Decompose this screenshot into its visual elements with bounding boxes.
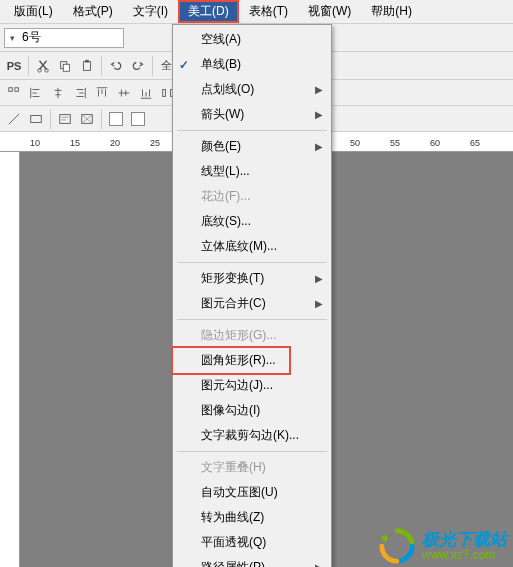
menu-dash-line[interactable]: 点划线(O)▶	[173, 77, 331, 102]
svg-rect-7	[15, 87, 19, 91]
watermark-logo-icon	[378, 527, 416, 565]
rect-tool-icon[interactable]	[26, 109, 46, 129]
menu-auto-text-over-image[interactable]: 自动文压图(U)	[173, 480, 331, 505]
ruler-tick-label: 15	[70, 138, 80, 148]
separator	[101, 56, 102, 76]
menu-separator	[177, 262, 327, 263]
submenu-arrow-icon: ▶	[315, 141, 323, 152]
svg-point-15	[382, 536, 388, 542]
line-tool-icon[interactable]	[4, 109, 24, 129]
align-left-icon[interactable]	[26, 83, 46, 103]
menu-layout[interactable]: 版面(L)	[4, 0, 63, 23]
ruler-vertical	[0, 152, 20, 567]
menu-art[interactable]: 美工(D)	[178, 0, 239, 23]
font-size-input[interactable]	[19, 31, 109, 45]
align-middle-icon[interactable]	[114, 83, 134, 103]
dropdown-arrow-icon[interactable]: ▾	[5, 33, 19, 43]
ruler-tick-label: 20	[110, 138, 120, 148]
svg-rect-6	[9, 87, 13, 91]
ruler-tick-label: 55	[390, 138, 400, 148]
menu-text[interactable]: 文字(I)	[123, 0, 178, 23]
svg-rect-13	[60, 114, 71, 123]
submenu-arrow-icon: ▶	[315, 84, 323, 95]
ruler-tick-label: 50	[350, 138, 360, 148]
ruler-tick-label: 60	[430, 138, 440, 148]
separator	[50, 109, 51, 129]
menu-perspective[interactable]: 平面透视(Q)	[173, 530, 331, 555]
align-bottom-icon[interactable]	[136, 83, 156, 103]
copy-icon[interactable]	[55, 56, 75, 76]
menubar: 版面(L) 格式(P) 文字(I) 美工(D) 表格(T) 视窗(W) 帮助(H…	[0, 0, 513, 24]
menu-arrow[interactable]: 箭头(W)▶	[173, 102, 331, 127]
submenu-arrow-icon: ▶	[315, 273, 323, 284]
menu-image-outline[interactable]: 图像勾边(I)	[173, 398, 331, 423]
align-right-icon[interactable]	[70, 83, 90, 103]
menu-rect-transform[interactable]: 矩形变换(T)▶	[173, 266, 331, 291]
svg-rect-5	[85, 59, 89, 62]
submenu-arrow-icon: ▶	[315, 109, 323, 120]
svg-rect-4	[84, 61, 91, 70]
align-group-icon[interactable]	[4, 83, 24, 103]
watermark-title: 极光下载站	[422, 531, 507, 548]
menu-text-overlap: 文字重叠(H)	[173, 455, 331, 480]
menu-empty-line[interactable]: 空线(A)	[173, 27, 331, 52]
menu-separator	[177, 451, 327, 452]
ps-icon[interactable]: PS	[4, 56, 24, 76]
menu-convert-curve[interactable]: 转为曲线(Z)	[173, 505, 331, 530]
menu-linetype[interactable]: 线型(L)...	[173, 159, 331, 184]
menu-merge[interactable]: 图元合并(C)▶	[173, 291, 331, 316]
align-center-icon[interactable]	[48, 83, 68, 103]
menu-table[interactable]: 表格(T)	[239, 0, 298, 23]
separator	[28, 56, 29, 76]
menu-help[interactable]: 帮助(H)	[361, 0, 422, 23]
menu-color[interactable]: 颜色(E)▶	[173, 134, 331, 159]
menu-rounded-rect[interactable]: 圆角矩形(R)...	[173, 348, 331, 373]
paste-icon[interactable]	[77, 56, 97, 76]
color-swatch-1[interactable]	[106, 109, 126, 129]
menu-separator	[177, 319, 327, 320]
ruler-tick-label: 10	[30, 138, 40, 148]
svg-rect-8	[163, 89, 166, 96]
font-size-selector[interactable]: ▾	[4, 28, 124, 48]
submenu-arrow-icon: ▶	[315, 298, 323, 309]
svg-rect-3	[63, 64, 69, 71]
menu-format[interactable]: 格式(P)	[63, 0, 123, 23]
menu-separator	[177, 130, 327, 131]
watermark-url: www.xz7.com	[422, 548, 507, 562]
ruler-tick-label: 65	[470, 138, 480, 148]
undo-icon[interactable]	[106, 56, 126, 76]
menu-text-clip-outline[interactable]: 文字裁剪勾边(K)...	[173, 423, 331, 448]
menu-element-outline[interactable]: 图元勾边(J)...	[173, 373, 331, 398]
svg-rect-12	[31, 115, 42, 122]
separator	[152, 56, 153, 76]
align-top-icon[interactable]	[92, 83, 112, 103]
menu-path-props[interactable]: 路径属性(P)▶	[173, 555, 331, 567]
menu-border: 花边(F)...	[173, 184, 331, 209]
text-frame-icon[interactable]	[55, 109, 75, 129]
submenu-arrow-icon: ▶	[315, 562, 323, 567]
check-icon: ✓	[179, 58, 189, 72]
separator	[101, 109, 102, 129]
cut-icon[interactable]	[33, 56, 53, 76]
dropdown-art-menu: 空线(A) ✓单线(B) 点划线(O)▶ 箭头(W)▶ 颜色(E)▶ 线型(L)…	[172, 24, 332, 567]
image-frame-icon[interactable]	[77, 109, 97, 129]
menu-pattern[interactable]: 底纹(S)...	[173, 209, 331, 234]
ruler-tick-label: 25	[150, 138, 160, 148]
watermark: 极光下载站 www.xz7.com	[378, 527, 507, 565]
menu-3d-pattern[interactable]: 立体底纹(M)...	[173, 234, 331, 259]
menu-window[interactable]: 视窗(W)	[298, 0, 361, 23]
menu-single-line[interactable]: ✓单线(B)	[173, 52, 331, 77]
redo-icon[interactable]	[128, 56, 148, 76]
menu-hide-edge-rect: 隐边矩形(G)...	[173, 323, 331, 348]
color-swatch-2[interactable]	[128, 109, 148, 129]
